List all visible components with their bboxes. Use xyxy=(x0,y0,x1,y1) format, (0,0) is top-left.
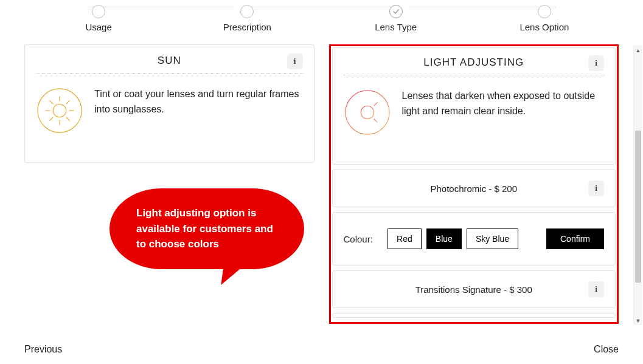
step-connector xyxy=(248,7,395,7)
annotation-callout: Light adjusting option is available for … xyxy=(109,188,304,269)
card-title: SUN xyxy=(158,55,181,67)
option-label: Transitions Signature - $ 300 xyxy=(415,284,532,295)
option-label: Photochromic - $ 200 xyxy=(430,184,517,194)
step-lens-type[interactable]: Lens Type xyxy=(322,5,470,32)
previous-link[interactable]: Previous xyxy=(24,344,62,355)
step-label: Usage xyxy=(85,22,111,32)
light-adjusting-card[interactable]: LIGHT ADJUSTING i xyxy=(332,47,616,165)
option-transitions-signature[interactable]: Transitions Signature - $ 300 i xyxy=(332,270,616,308)
card-description: Lenses that darken when exposed to outsi… xyxy=(402,89,605,119)
step-label: Prescription xyxy=(223,22,271,32)
step-circle-icon xyxy=(92,5,105,18)
svg-point-1 xyxy=(53,104,66,117)
sun-icon xyxy=(36,87,83,134)
light-adjusting-icon xyxy=(344,89,391,136)
info-icon[interactable]: i xyxy=(588,281,604,297)
step-label: Lens Type xyxy=(375,22,417,32)
progress-stepper: Usage Prescription Lens Type Lens Option xyxy=(0,0,643,32)
step-circle-icon xyxy=(538,5,551,18)
speech-bubble-tail-icon xyxy=(221,261,250,285)
svg-line-6 xyxy=(49,100,53,104)
step-circle-icon xyxy=(240,5,254,18)
right-column: LIGHT ADJUSTING i xyxy=(329,44,619,318)
colour-swatch-sky-blue[interactable]: Sky Blue xyxy=(467,228,518,249)
colour-swatch-group: Red Blue Sky Blue xyxy=(388,228,518,249)
left-column: SUN i xyxy=(24,44,315,318)
step-connector xyxy=(409,7,556,7)
step-usage[interactable]: Usage xyxy=(24,5,173,32)
footer-nav: Previous Close xyxy=(24,344,619,355)
card-description: Tint or coat your lenses and turn regula… xyxy=(94,87,303,117)
svg-line-8 xyxy=(49,117,53,121)
option-photochromic[interactable]: Photochromic - $ 200 i xyxy=(332,170,616,207)
step-prescription[interactable]: Prescription xyxy=(173,5,321,32)
callout-text: Light adjusting option is available for … xyxy=(136,207,273,250)
info-icon[interactable]: i xyxy=(588,180,604,196)
close-link[interactable]: Close xyxy=(594,344,619,355)
svg-point-10 xyxy=(345,91,389,134)
colour-swatch-blue[interactable]: Blue xyxy=(426,228,462,249)
colour-swatch-red[interactable]: Red xyxy=(388,228,422,249)
svg-line-9 xyxy=(66,100,70,104)
confirm-button[interactable]: Confirm xyxy=(546,228,604,249)
svg-line-14 xyxy=(374,102,377,106)
step-lens-option[interactable]: Lens Option xyxy=(470,5,619,32)
card-title: LIGHT ADJUSTING xyxy=(423,57,524,69)
svg-line-7 xyxy=(66,117,70,121)
highlight-annotation-box: LIGHT ADJUSTING i xyxy=(329,44,619,324)
scroll-up-arrow-icon[interactable]: ▲ xyxy=(634,46,642,55)
svg-line-15 xyxy=(374,119,377,123)
info-icon[interactable]: i xyxy=(287,53,303,69)
sun-card[interactable]: SUN i xyxy=(24,44,315,163)
step-connector xyxy=(87,7,234,7)
colour-selector-card: Colour: Red Blue Sky Blue Confirm xyxy=(332,212,616,266)
scrollbar-thumb[interactable] xyxy=(635,131,641,283)
svg-point-11 xyxy=(361,106,374,118)
step-label: Lens Option xyxy=(520,22,569,32)
vertical-scrollbar[interactable]: ▲ ▼ xyxy=(633,46,642,325)
colour-label: Colour: xyxy=(344,234,373,244)
svg-point-0 xyxy=(38,89,82,132)
scroll-down-arrow-icon[interactable]: ▼ xyxy=(634,316,642,325)
step-circle-check-icon xyxy=(389,5,403,18)
info-icon[interactable]: i xyxy=(588,55,604,71)
partial-row xyxy=(332,313,616,318)
